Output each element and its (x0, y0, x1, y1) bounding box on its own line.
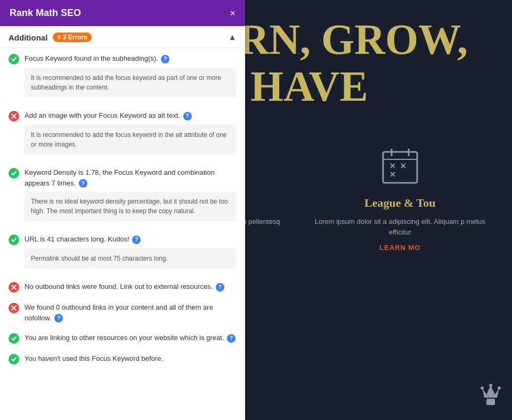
svg-rect-17 (486, 399, 495, 405)
item-image-alt: Add an image with your Focus Keyword as … (0, 105, 245, 162)
item-text-5: No outbound links were found. Link out t… (25, 281, 237, 292)
panel-close-button[interactable]: × (230, 9, 235, 18)
help-icon-2[interactable]: ? (183, 112, 192, 120)
item-row-8: You haven't used this Focus Keyword befo… (9, 353, 237, 365)
error-icon-2 (9, 111, 19, 122)
item-focus-keyword-subheading: Focus Keyword found in the subheading(s)… (0, 48, 245, 105)
item-text-3: Keyword Density is 1.78, the Focus Keywo… (25, 167, 237, 188)
success-icon-3 (9, 168, 19, 179)
card2-body: Lorem ipsum dolor sit a adipiscing elit.… (310, 216, 491, 237)
help-icon-5[interactable]: ? (216, 283, 224, 292)
success-icon-7 (9, 333, 19, 344)
svg-point-21 (498, 386, 501, 390)
item-url-length: URL is 41 characters long. Kudos! ? Perm… (0, 229, 245, 276)
item-focus-keyword-unique: You haven't used this Focus Keyword befo… (0, 348, 245, 369)
king-icon (480, 383, 501, 409)
help-icon-4[interactable]: ? (132, 236, 141, 244)
svg-marker-18 (482, 385, 499, 398)
section-header: Additional × 3 Errors ▲ (0, 26, 245, 48)
error-badge: × 3 Errors (53, 33, 91, 42)
item-text-4: URL is 41 characters long. Kudos! ? (25, 234, 237, 245)
svg-point-20 (489, 384, 492, 387)
item-row-5: No outbound links were found. Link out t… (9, 281, 237, 293)
help-icon-6[interactable]: ? (54, 314, 63, 322)
section-title: Additional (9, 33, 47, 42)
item-text-6: We found 0 outbound links in your conten… (25, 302, 237, 323)
item-row-1: Focus Keyword found in the subheading(s)… (9, 53, 237, 64)
info-box-2: It is recommended to add the focus keywo… (25, 125, 237, 155)
svg-rect-7 (383, 152, 417, 183)
panel-title: Rank Math SEO (10, 7, 81, 19)
panel-header: Rank Math SEO × (0, 0, 245, 26)
item-text-1: Focus Keyword found in the subheading(s)… (25, 53, 237, 64)
success-icon-8 (9, 354, 19, 365)
section-toggle-button[interactable]: ▲ (228, 33, 237, 42)
bottom-icons (480, 383, 501, 409)
item-text-8: You haven't used this Focus Keyword befo… (25, 353, 237, 364)
info-box-1: It is recommended to add the focus keywo… (25, 68, 237, 98)
item-text-2: Add an image with your Focus Keyword as … (25, 110, 237, 121)
card2-title: League & Tou (364, 196, 435, 210)
panel-body[interactable]: Additional × 3 Errors ▲ Focus Keyword fo… (0, 26, 245, 420)
card2-link[interactable]: LEARN MO (379, 244, 420, 252)
item-internal-links: You are linking to other resources on yo… (0, 327, 245, 348)
item-text-7: You are linking to other resources on yo… (25, 333, 237, 343)
item-row-6: We found 0 outbound links in your conten… (9, 302, 237, 323)
item-row-3: Keyword Density is 1.78, the Focus Keywo… (9, 167, 237, 188)
item-row-7: You are linking to other resources on yo… (9, 333, 237, 344)
item-nofollow-links: We found 0 outbound links in your conten… (0, 297, 245, 327)
help-icon-3[interactable]: ? (79, 179, 87, 188)
item-keyword-density: Keyword Density is 1.78, the Focus Keywo… (0, 162, 245, 229)
error-icon-6 (9, 303, 19, 313)
card-2: League & Tou Lorem ipsum dolor sit a adi… (310, 142, 491, 252)
svg-point-19 (481, 386, 484, 390)
help-icon-1[interactable]: ? (161, 55, 169, 63)
item-row-2: Add an image with your Focus Keyword as … (9, 110, 237, 122)
section-header-left: Additional × 3 Errors (9, 33, 92, 42)
info-box-4: Permalink should be at most 75 character… (25, 248, 237, 269)
error-icon-5 (9, 282, 19, 293)
item-row-4: URL is 41 characters long. Kudos! ? (9, 234, 237, 245)
success-icon-4 (9, 235, 19, 245)
help-icon-7[interactable]: ? (227, 334, 235, 343)
item-outbound-links: No outbound links were found. Link out t… (0, 276, 245, 297)
seo-panel: Rank Math SEO × Additional × 3 Errors ▲ … (0, 0, 245, 420)
calendar-icon (376, 142, 424, 190)
success-icon-1 (9, 54, 19, 64)
info-box-3: There is no ideal keyword density percen… (25, 191, 237, 221)
